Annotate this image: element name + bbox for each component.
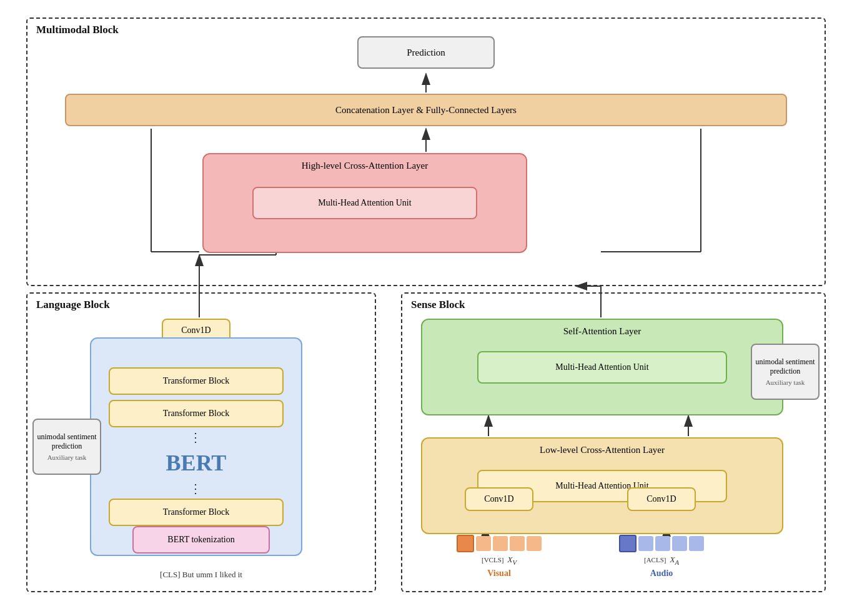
prediction-box: Prediction xyxy=(357,36,495,69)
visual-section: [VCLS] XV Visual xyxy=(440,535,558,579)
language-block: Language Block Conv1D Transformer Block … xyxy=(26,292,376,592)
unimodal-lang-label: unimodal sentiment prediction xyxy=(34,432,100,451)
concat-box: Concatenation Layer & Fully-Connected La… xyxy=(65,94,787,126)
visual-token-2 xyxy=(493,536,508,551)
visual-cls-label: [VCLS] xyxy=(482,556,503,564)
high-attn-outer: High-level Cross-Attention Layer Multi-H… xyxy=(202,153,527,253)
visual-section-label: Visual xyxy=(487,569,511,579)
self-attn-inner-label: Multi-Head Attention Unit xyxy=(555,362,648,372)
visual-token-row xyxy=(457,535,542,552)
language-block-label: Language Block xyxy=(36,299,110,311)
low-attn-label: Low-level Cross-Attention Layer xyxy=(422,445,782,455)
conv1d-lang-label: Conv1D xyxy=(181,325,211,335)
diagram-wrapper: Multimodal Block Prediction Concatenatio… xyxy=(26,17,826,599)
audio-section-label: Audio xyxy=(650,569,673,579)
visual-token-4 xyxy=(527,536,542,551)
high-attn-inner: Multi-Head Attention Unit xyxy=(252,187,477,219)
visual-cls-token xyxy=(457,535,474,552)
aux-task-lang-label: Auxiliary task xyxy=(47,454,87,461)
sense-block: Sense Block Self-Attention Layer Multi-H… xyxy=(401,292,826,592)
audio-x-label: XA xyxy=(670,555,679,566)
multimodal-block: Multimodal Block Prediction Concatenatio… xyxy=(26,17,826,286)
audio-token-2 xyxy=(655,536,670,551)
visual-token-3 xyxy=(510,536,525,551)
conv1d-visual-label: Conv1D xyxy=(484,494,513,504)
conv1d-visual: Conv1D xyxy=(465,487,533,511)
audio-token-4 xyxy=(689,536,704,551)
bert-dots-top: ⋮ xyxy=(189,430,203,445)
aux-task-sense-label: Auxiliary task xyxy=(766,379,805,386)
audio-label-row: [ACLS] XA xyxy=(644,555,679,566)
transformer-block-bot: Transformer Block xyxy=(109,499,284,526)
audio-section: [ACLS] XA Audio xyxy=(602,535,721,579)
conv1d-audio: Conv1D xyxy=(627,487,696,511)
multimodal-block-label: Multimodal Block xyxy=(36,24,119,36)
unimodal-lang-box: unimodal sentiment prediction Auxiliary … xyxy=(32,419,101,475)
audio-token-1 xyxy=(638,536,653,551)
bert-container: Transformer Block Transformer Block ⋮ BE… xyxy=(90,337,302,556)
audio-token-row xyxy=(619,535,704,552)
visual-label-row: [VCLS] XV xyxy=(482,555,517,566)
visual-token-1 xyxy=(476,536,491,551)
transformer-block-top: Transformer Block xyxy=(109,367,284,395)
low-attn-outer: Low-level Cross-Attention Layer Multi-He… xyxy=(421,437,783,534)
sense-block-label: Sense Block xyxy=(411,299,465,311)
input-text: [CLS] But umm I liked it xyxy=(160,570,242,580)
high-attn-inner-label: Multi-Head Attention Unit xyxy=(318,198,411,208)
bert-label: BERT xyxy=(166,450,227,476)
self-attn-inner: Multi-Head Attention Unit xyxy=(477,351,727,384)
audio-cls-token xyxy=(619,535,637,552)
bert-tokenization-box: BERT tokenization xyxy=(132,526,270,554)
conv1d-audio-label: Conv1D xyxy=(646,494,676,504)
audio-token-3 xyxy=(672,536,687,551)
prediction-label: Prediction xyxy=(407,47,445,58)
self-attn-outer: Self-Attention Layer Multi-Head Attentio… xyxy=(421,319,783,415)
high-attn-label: High-level Cross-Attention Layer xyxy=(204,161,526,171)
bert-dots-bottom: ⋮ xyxy=(189,481,203,496)
self-attn-label: Self-Attention Layer xyxy=(422,326,782,337)
transformer-block-mid: Transformer Block xyxy=(109,400,284,427)
bert-token-label: BERT tokenization xyxy=(167,535,234,545)
visual-x-label: XV xyxy=(507,555,517,566)
unimodal-sense-box: unimodal sentiment prediction Auxiliary … xyxy=(751,344,820,400)
concat-label: Concatenation Layer & Fully-Connected La… xyxy=(335,105,517,116)
unimodal-sense-label: unimodal sentiment prediction xyxy=(752,357,818,376)
audio-cls-label: [ACLS] xyxy=(644,556,666,564)
